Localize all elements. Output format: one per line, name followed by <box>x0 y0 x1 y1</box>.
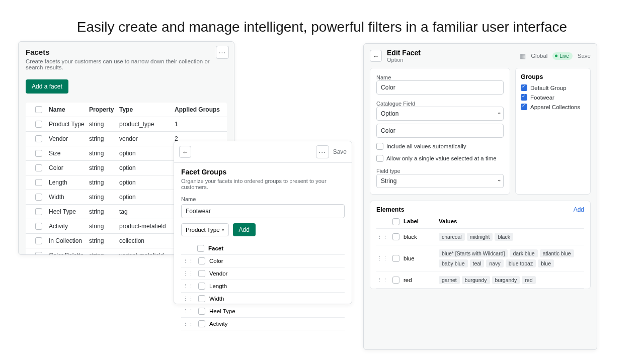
drag-handle-icon[interactable]: ⋮⋮ <box>182 283 194 290</box>
drag-handle-icon[interactable]: ⋮⋮ <box>376 234 388 240</box>
drag-handle-icon[interactable]: ⋮⋮ <box>376 255 388 262</box>
edit-facet-title: Edit Facet <box>387 49 421 57</box>
row-checkbox[interactable] <box>392 233 399 240</box>
value-tag: garnet <box>439 276 460 284</box>
facet-name-input[interactable] <box>376 80 504 95</box>
list-item[interactable]: ⋮⋮ Width <box>181 293 345 305</box>
catalogue-sub-input[interactable] <box>376 124 504 138</box>
list-item[interactable]: ⋮⋮ Activity <box>181 318 345 330</box>
group-item[interactable]: Footwear <box>521 94 585 101</box>
cell-name: Color Palette <box>49 252 89 255</box>
select-all-checkbox[interactable] <box>197 245 204 252</box>
value-tag: charcoal <box>439 233 465 241</box>
row-checkbox[interactable] <box>198 283 205 290</box>
list-item[interactable]: ⋮⋮ Heel Type <box>181 305 345 318</box>
group-checkbox[interactable] <box>521 94 527 101</box>
page-headline: Easily create and manage intelligent, po… <box>0 0 644 44</box>
col-name: Name <box>49 106 89 113</box>
group-label: Apparel Collections <box>530 104 580 110</box>
select-all-checkbox[interactable] <box>35 106 42 113</box>
product-type-select[interactable]: Product Type ▾ <box>181 223 229 236</box>
row-checkbox[interactable] <box>35 150 42 157</box>
facet-groups-title: Facet Groups <box>181 168 345 176</box>
row-checkbox[interactable] <box>198 308 205 315</box>
group-item[interactable]: Apparel Collections <box>521 104 585 110</box>
row-checkbox[interactable] <box>198 295 205 302</box>
include-all-checkbox[interactable] <box>376 143 383 150</box>
value-tag: atlantic blue <box>540 249 574 257</box>
drag-handle-icon[interactable]: ⋮⋮ <box>182 308 194 315</box>
catalogue-field-select[interactable] <box>376 107 504 121</box>
row-checkbox[interactable] <box>392 255 399 262</box>
cell-property: string <box>89 194 119 201</box>
value-tags: blue* [Starts with Wildcard]dark blueatl… <box>439 249 584 267</box>
drag-handle-icon[interactable]: ⋮⋮ <box>182 296 194 302</box>
value-tag: blue topaz <box>506 259 536 267</box>
drag-handle-icon[interactable]: ⋮⋮ <box>182 258 194 264</box>
drag-handle-icon[interactable]: ⋮⋮ <box>376 277 388 284</box>
cell-name: Width <box>49 194 89 201</box>
facet-name: Length <box>209 283 344 289</box>
row-checkbox[interactable] <box>35 194 42 201</box>
row-checkbox[interactable] <box>35 208 42 215</box>
select-all-checkbox[interactable] <box>392 218 399 225</box>
group-checkbox[interactable] <box>521 84 527 91</box>
name-label: Name <box>181 196 345 202</box>
save-button[interactable]: Save <box>578 53 591 59</box>
row-checkbox[interactable] <box>35 164 42 171</box>
cell-name: Size <box>49 150 89 157</box>
name-label: Name <box>376 74 504 80</box>
value-tags: charcoalmidnightblack <box>439 233 584 241</box>
elements-add-button[interactable]: Add <box>574 206 584 213</box>
cell-type: product-metafield <box>119 223 175 230</box>
value-tag: teal <box>470 259 485 267</box>
row-checkbox[interactable] <box>35 223 42 230</box>
row-checkbox[interactable] <box>198 270 205 277</box>
more-icon[interactable]: ··· <box>316 145 329 158</box>
row-checkbox[interactable] <box>198 257 205 264</box>
row-checkbox[interactable] <box>35 135 42 142</box>
back-icon[interactable]: ← <box>370 50 382 62</box>
add-button[interactable]: Add <box>233 223 256 236</box>
edit-facet-form: Name Catalogue Field Include all values … <box>370 68 510 195</box>
col-type: Type <box>119 106 175 113</box>
row-checkbox[interactable] <box>35 121 42 128</box>
value-tag: black <box>495 233 513 241</box>
value-tag: midnight <box>467 233 493 241</box>
back-icon[interactable]: ← <box>179 146 191 158</box>
drag-handle-icon[interactable]: ⋮⋮ <box>182 321 194 327</box>
group-checkbox[interactable] <box>521 104 527 110</box>
drag-handle-icon[interactable]: ⋮⋮ <box>182 270 194 277</box>
cell-property: string <box>89 135 119 142</box>
row-checkbox[interactable] <box>392 277 399 284</box>
col-facet: Facet <box>208 245 344 251</box>
col-groups: Applied Groups <box>175 106 224 113</box>
cell-groups: 1 <box>175 121 224 128</box>
edit-facet-panel: ← Edit Facet Option ▦ Global Live Save N… <box>363 43 597 350</box>
table-row[interactable]: Product Type string product_type 1 <box>26 117 227 132</box>
more-icon[interactable]: ··· <box>216 46 229 59</box>
element-row[interactable]: ⋮⋮ red garnetburgundyburgandyred <box>376 272 584 289</box>
cell-property: string <box>89 223 119 230</box>
group-name-input[interactable] <box>181 204 345 218</box>
row-checkbox[interactable] <box>35 237 42 244</box>
row-checkbox[interactable] <box>35 252 42 255</box>
group-item[interactable]: Default Group <box>521 84 585 91</box>
row-checkbox[interactable] <box>35 179 42 186</box>
groups-title: Groups <box>521 73 585 80</box>
save-button[interactable]: Save <box>333 148 347 155</box>
list-item[interactable]: ⋮⋮ Color <box>181 255 345 267</box>
row-checkbox[interactable] <box>198 320 205 327</box>
cell-name: Vendor <box>49 135 89 142</box>
layout-icon[interactable]: ▦ <box>520 52 526 60</box>
list-item[interactable]: ⋮⋮ Vendor <box>181 267 345 280</box>
cell-property: string <box>89 121 119 128</box>
facet-name: Activity <box>209 321 344 327</box>
element-row[interactable]: ⋮⋮ blue blue* [Starts with Wildcard]dark… <box>376 245 584 272</box>
list-item[interactable]: ⋮⋮ Length <box>181 280 345 293</box>
add-facet-button[interactable]: Add a facet <box>26 79 68 94</box>
cell-type: vendor <box>119 135 175 142</box>
element-row[interactable]: ⋮⋮ black charcoalmidnightblack <box>376 229 584 245</box>
field-type-select[interactable] <box>376 174 504 188</box>
single-value-checkbox[interactable] <box>376 155 383 162</box>
